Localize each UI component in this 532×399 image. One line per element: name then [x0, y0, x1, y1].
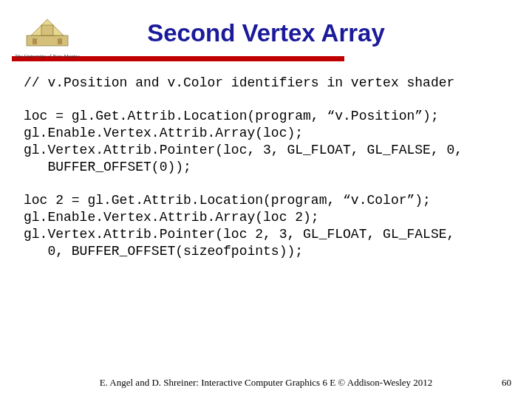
code-line: loc 2 = gl.Get.Attrib.Location(program, … — [24, 192, 511, 209]
unm-logo-icon — [25, 13, 69, 49]
code-block-1: loc = gl.Get.Attrib.Location(program, “v… — [24, 108, 511, 176]
footer-credit: E. Angel and D. Shreiner: Interactive Co… — [0, 377, 532, 389]
logo-area: The University of New Mexico — [10, 13, 84, 59]
code-line: gl.Vertex.Attrib.Pointer(loc 2, 3, GL_FL… — [24, 226, 511, 243]
code-line: gl.Enable.Vertex.Attrib.Array(loc); — [24, 125, 511, 142]
code-line: gl.Enable.Vertex.Attrib.Array(loc 2); — [24, 209, 511, 226]
slide-footer: E. Angel and D. Shreiner: Interactive Co… — [0, 377, 532, 389]
code-block-2: loc 2 = gl.Get.Attrib.Location(program, … — [24, 192, 511, 260]
code-line: gl.Vertex.Attrib.Pointer(loc, 3, GL_FLOA… — [24, 142, 511, 159]
page-number: 60 — [502, 377, 511, 389]
svg-rect-4 — [58, 38, 62, 44]
code-line: loc = gl.Get.Attrib.Location(program, “v… — [24, 108, 511, 125]
code-line: BUFFER_OFFSET(0)); — [24, 159, 511, 176]
slide-header: The University of New Mexico Second Vert… — [0, 0, 532, 61]
svg-rect-2 — [41, 25, 53, 35]
code-line: 0, BUFFER_OFFSET(sizeofpoints)); — [24, 243, 511, 260]
svg-rect-3 — [33, 38, 37, 44]
slide-content: // v.Position and v.Color identifiers in… — [0, 61, 532, 260]
university-name: The University of New Mexico — [10, 53, 84, 59]
code-comment: // v.Position and v.Color identifiers in… — [24, 75, 511, 92]
